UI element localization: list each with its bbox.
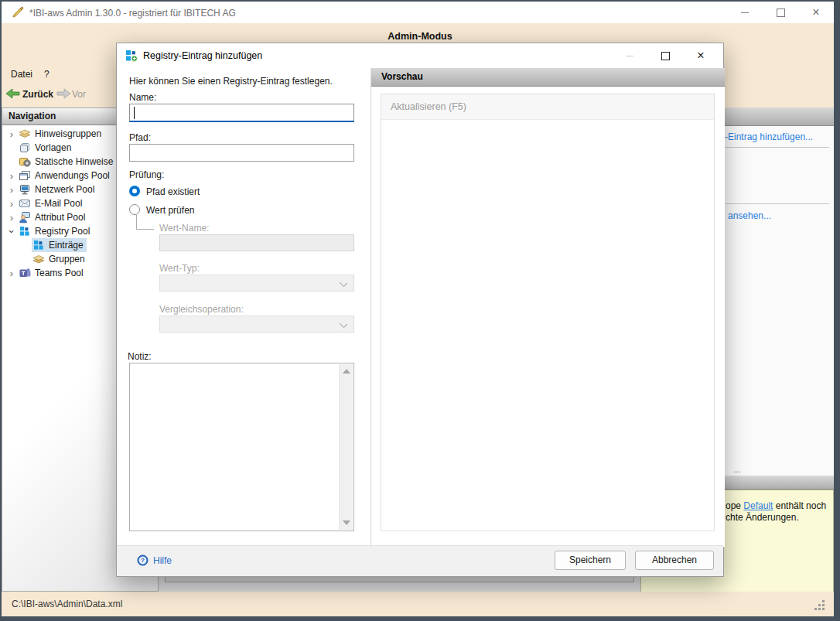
forward-button[interactable]: Vor bbox=[72, 89, 86, 100]
notiz-label: Notiz: bbox=[128, 351, 152, 362]
forward-icon bbox=[56, 87, 71, 100]
menu-help[interactable]: ? bbox=[44, 69, 50, 80]
dialog-title: Registry-Eintrag hinzufügen bbox=[143, 50, 262, 61]
preview-box: Aktualisieren (F5) bbox=[381, 94, 715, 531]
notice-line1-prefix: ope bbox=[726, 500, 743, 511]
task-separator bbox=[725, 203, 829, 204]
help-link-label: Hilfe bbox=[153, 555, 172, 566]
tree-item-label: Einträge bbox=[49, 240, 84, 251]
menu-datei[interactable]: Datei bbox=[11, 69, 32, 80]
email-pool-icon bbox=[19, 197, 31, 210]
tree-item-label: Gruppen bbox=[49, 254, 85, 264]
tree-connector-line bbox=[136, 215, 154, 230]
teams-pool-icon bbox=[19, 267, 31, 279]
expander-icon[interactable]: › bbox=[5, 268, 18, 278]
dialog-minimize-button[interactable] bbox=[612, 45, 647, 67]
text-caret bbox=[134, 107, 135, 119]
netzwerk-pool-icon bbox=[19, 183, 31, 196]
maximize-icon bbox=[777, 9, 785, 17]
cancel-button[interactable]: Abbrechen bbox=[635, 551, 714, 570]
anwendungs-pool-icon bbox=[19, 169, 31, 182]
minimize-button[interactable] bbox=[727, 2, 763, 23]
minimize-icon bbox=[741, 12, 749, 13]
dialog-maximize-button[interactable] bbox=[647, 45, 683, 67]
radio-wert-pruefen[interactable] bbox=[129, 204, 140, 215]
radio-pfad-existiert-label[interactable]: Pfad existiert bbox=[146, 186, 200, 197]
svg-text:?: ? bbox=[141, 557, 145, 564]
tree-item-label: Netzwerk Pool bbox=[35, 184, 94, 195]
expander-icon[interactable]: › bbox=[5, 213, 18, 223]
tree-item-label: E-Mail Pool bbox=[35, 198, 82, 209]
pfad-label: Pfad: bbox=[129, 132, 151, 143]
status-bar: C:\IBI-aws\Admin\Data.xml bbox=[2, 592, 834, 616]
expander-icon[interactable]: › bbox=[5, 171, 18, 181]
expander-icon[interactable]: › bbox=[7, 225, 17, 237]
minimize-icon bbox=[626, 56, 633, 56]
eintraege-icon bbox=[32, 239, 45, 251]
tree-item-label: Hinweisgruppen bbox=[35, 128, 101, 139]
chevron-down-icon bbox=[340, 279, 347, 287]
wert-typ-label: Wert-Typ: bbox=[159, 263, 200, 274]
pfad-input[interactable] bbox=[129, 144, 354, 162]
window-title: *IBI-aws Admin 1.30.0 - registriert für … bbox=[29, 8, 236, 19]
radio-wert-pruefen-label[interactable]: Wert prüfen bbox=[146, 205, 194, 216]
wert-name-label: Wert-Name: bbox=[159, 223, 209, 234]
help-icon: ? bbox=[137, 554, 149, 566]
statische-hinweise-icon bbox=[19, 155, 31, 168]
maximize-button[interactable] bbox=[763, 2, 798, 23]
hinweisgruppen-icon bbox=[19, 128, 31, 140]
tree-item-label: Teams Pool bbox=[35, 268, 84, 278]
tree-item-label: Statische Hinweise bbox=[35, 156, 113, 167]
preview-header: Vorschau bbox=[371, 68, 725, 87]
registry-pool-icon bbox=[19, 225, 31, 237]
admin-mode-banner: Admin-Modus bbox=[0, 31, 840, 42]
main-titlebar: *IBI-aws Admin 1.30.0 - registriert für … bbox=[2, 2, 834, 23]
preview-column: Vorschau Aktualisieren (F5) bbox=[370, 68, 725, 547]
save-button[interactable]: Speichern bbox=[555, 551, 626, 570]
dialog-intro: Hier können Sie einen Registry-Eintrag f… bbox=[129, 76, 333, 87]
tree-item-label: Attribut Pool bbox=[35, 212, 85, 223]
notice-line2: chte Änderungen. bbox=[726, 512, 799, 523]
attribut-pool-icon bbox=[19, 211, 31, 223]
back-icon[interactable] bbox=[5, 87, 21, 100]
notice-default-link[interactable]: Default bbox=[743, 500, 773, 511]
notiz-scrollbar[interactable] bbox=[339, 364, 353, 530]
gruppen-icon bbox=[32, 253, 45, 265]
scroll-down-icon[interactable] bbox=[343, 520, 350, 525]
task-link-add-entry[interactable]: -Eintrag hinzufügen... bbox=[725, 131, 813, 142]
expander-icon[interactable]: › bbox=[5, 185, 18, 195]
close-button[interactable]: × bbox=[798, 2, 834, 23]
notice-line1-suffix: enthält noch bbox=[773, 500, 826, 511]
scroll-up-icon[interactable] bbox=[343, 369, 350, 374]
screen: *IBI-aws Admin 1.30.0 - registriert für … bbox=[0, 0, 840, 621]
task-separator bbox=[725, 147, 829, 148]
registry-entry-dialog: Registry-Eintrag hinzufügen × Hier könne… bbox=[116, 43, 724, 577]
dialog-titlebar: Registry-Eintrag hinzufügen × bbox=[117, 43, 723, 68]
task-link-view[interactable]: ansehen... bbox=[728, 210, 771, 221]
radio-pfad-existiert[interactable] bbox=[129, 186, 140, 196]
close-icon: × bbox=[697, 49, 704, 62]
maximize-icon bbox=[661, 52, 670, 60]
expander-icon[interactable]: › bbox=[5, 199, 18, 209]
vorlagen-icon bbox=[19, 142, 31, 154]
pruefung-label: Prüfung: bbox=[129, 169, 164, 180]
chevron-down-icon bbox=[340, 320, 347, 328]
name-input[interactable] bbox=[129, 104, 354, 122]
truncated-text: ... bbox=[733, 464, 741, 475]
dialog-footer: ? Hilfe Speichern Abbrechen bbox=[117, 545, 723, 576]
notiz-textarea[interactable] bbox=[129, 363, 354, 531]
resize-grip-icon[interactable] bbox=[814, 600, 825, 610]
vergleichsoperation-label: Vergleichsoperation: bbox=[159, 304, 244, 315]
refresh-button[interactable]: Aktualisieren (F5) bbox=[381, 94, 714, 120]
status-bar-path: C:\IBI-aws\Admin\Data.xml bbox=[12, 599, 122, 609]
name-label: Name: bbox=[129, 92, 156, 103]
wert-name-input-disabled bbox=[159, 234, 354, 251]
wert-typ-dropdown-disabled bbox=[159, 275, 354, 292]
notice-text: ope Default enthält noch chte Änderungen… bbox=[726, 500, 830, 524]
close-icon: × bbox=[812, 6, 819, 19]
help-link[interactable]: ? Hilfe bbox=[137, 554, 172, 566]
back-button[interactable]: Zurück bbox=[22, 89, 53, 100]
dialog-close-button[interactable]: × bbox=[683, 45, 719, 67]
expander-icon[interactable]: › bbox=[5, 129, 18, 139]
app-icon bbox=[12, 6, 24, 19]
